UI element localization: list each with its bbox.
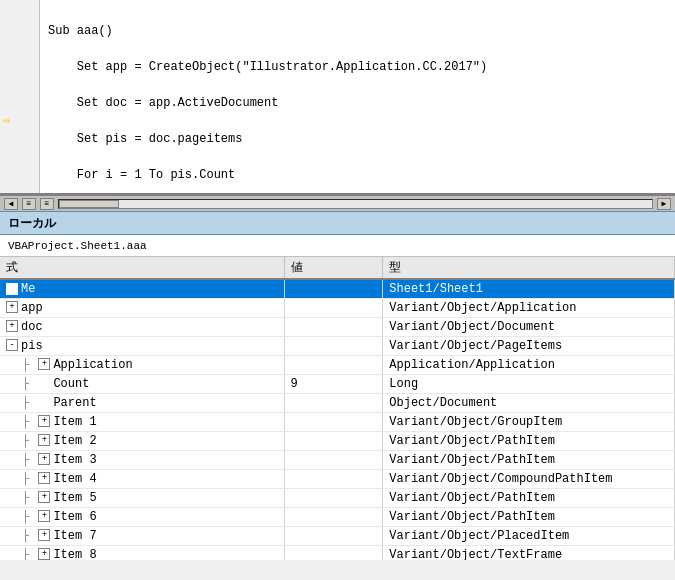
table-row[interactable]: ├ ParentObject/Document — [0, 393, 675, 412]
cell-type: Variant/Object/Application — [383, 298, 675, 317]
cell-value — [284, 412, 383, 431]
cell-value: 9 — [284, 374, 383, 393]
cell-name: -pis — [0, 336, 284, 355]
table-row[interactable]: +docVariant/Object/Document — [0, 317, 675, 336]
expand-icon[interactable]: + — [38, 548, 50, 560]
tree-connector: ├ — [22, 396, 36, 410]
table-row[interactable]: ├ +Item 5Variant/Object/PathItem — [0, 488, 675, 507]
expand-icon[interactable]: + — [38, 415, 50, 427]
cell-name: ├ +Item 3 — [0, 450, 284, 469]
expand-icon[interactable]: + — [6, 320, 18, 332]
cell-type: Variant/Object/PathItem — [383, 488, 675, 507]
cell-value — [284, 393, 383, 412]
cell-name: ├ +Item 2 — [0, 431, 284, 450]
cell-name: +Me — [0, 279, 284, 298]
scroll-align-left-button[interactable]: ≡ — [22, 198, 36, 210]
code-content[interactable]: Sub aaa() Set app = CreateObject("Illust… — [40, 0, 675, 193]
var-name: Item 2 — [53, 434, 96, 448]
cell-value — [284, 298, 383, 317]
expand-icon[interactable]: - — [6, 339, 18, 351]
breadcrumb-bar: VBAProject.Sheet1.aaa — [0, 235, 675, 257]
table-row[interactable]: ├ +Item 6Variant/Object/PathItem — [0, 507, 675, 526]
var-name: Item 5 — [53, 491, 96, 505]
cell-type: Variant/Object/GroupItem — [383, 412, 675, 431]
expand-icon[interactable]: + — [38, 434, 50, 446]
cell-name: ├ +Item 6 — [0, 507, 284, 526]
variables-table-container[interactable]: 式 値 型 +MeSheet1/Sheet1+appVariant/Object… — [0, 257, 675, 560]
expand-icon[interactable]: + — [38, 510, 50, 522]
cell-name: ├ +Item 7 — [0, 526, 284, 545]
scroll-thumb[interactable] — [59, 200, 119, 208]
table-row[interactable]: ├ +Item 4Variant/Object/CompoundPathItem — [0, 469, 675, 488]
cell-name: +app — [0, 298, 284, 317]
table-row[interactable]: +MeSheet1/Sheet1 — [0, 279, 675, 298]
scroll-track[interactable] — [58, 199, 653, 209]
table-header: 式 値 型 — [0, 257, 675, 279]
var-name: Item 6 — [53, 510, 96, 524]
cell-value — [284, 355, 383, 374]
header-type: 型 — [383, 257, 675, 279]
scroll-align-right-button[interactable]: ≡ — [40, 198, 54, 210]
cell-name: ├ +Item 1 — [0, 412, 284, 431]
tree-connector: ├ — [22, 472, 36, 486]
var-name: Item 4 — [53, 472, 96, 486]
expand-icon[interactable]: + — [38, 491, 50, 503]
cell-value — [284, 450, 383, 469]
var-name: doc — [21, 320, 43, 334]
cell-value — [284, 526, 383, 545]
table-row[interactable]: +appVariant/Object/Application — [0, 298, 675, 317]
table-row[interactable]: ├ +Item 7Variant/Object/PlacedItem — [0, 526, 675, 545]
arrow-indicator: ⇒ — [2, 114, 10, 128]
expand-icon[interactable]: + — [38, 453, 50, 465]
cell-value — [284, 545, 383, 560]
cell-name: ├ +Item 4 — [0, 469, 284, 488]
cell-value — [284, 488, 383, 507]
gutter-line — [0, 4, 39, 22]
var-name: app — [21, 301, 43, 315]
table-row[interactable]: ├ +ApplicationApplication/Application — [0, 355, 675, 374]
table-row[interactable]: ├ +Item 2Variant/Object/PathItem — [0, 431, 675, 450]
table-row[interactable]: ├ +Item 3Variant/Object/PathItem — [0, 450, 675, 469]
table-row[interactable]: ├ Count9Long — [0, 374, 675, 393]
tree-connector: ├ — [22, 358, 36, 372]
var-name: Item 7 — [53, 529, 96, 543]
cell-name: ├ Parent — [0, 393, 284, 412]
expand-icon[interactable]: + — [6, 283, 18, 295]
var-name: Application — [53, 358, 132, 372]
cell-type: Variant/Object/PageItems — [383, 336, 675, 355]
horizontal-scrollbar[interactable]: ◀ ≡ ≡ ▶ — [0, 195, 675, 211]
cell-value — [284, 431, 383, 450]
code-line: Set doc = app.ActiveDocument — [48, 94, 667, 112]
table-row[interactable]: -pisVariant/Object/PageItems — [0, 336, 675, 355]
gutter-line — [0, 58, 39, 76]
scroll-left-button[interactable]: ◀ — [4, 198, 18, 210]
cell-name: ├ Count — [0, 374, 284, 393]
var-name: Parent — [53, 396, 96, 410]
cell-value — [284, 507, 383, 526]
cell-type: Variant/Object/Document — [383, 317, 675, 336]
gutter-line — [0, 76, 39, 94]
table-row[interactable]: ├ +Item 8Variant/Object/TextFrame — [0, 545, 675, 560]
cell-name: ├ +Application — [0, 355, 284, 374]
code-line: Set pis = doc.pageitems — [48, 130, 667, 148]
tree-connector: ├ — [22, 453, 36, 467]
expand-icon[interactable]: + — [38, 472, 50, 484]
var-name: Me — [21, 282, 35, 296]
cell-type: Variant/Object/CompoundPathItem — [383, 469, 675, 488]
code-line: Set app = CreateObject("Illustrator.Appl… — [48, 58, 667, 76]
expand-icon[interactable]: + — [6, 301, 18, 313]
expand-icon[interactable]: + — [38, 358, 50, 370]
gutter-line — [0, 130, 39, 148]
tree-connector: ├ — [22, 548, 36, 561]
expand-icon[interactable]: + — [38, 529, 50, 541]
var-name: Item 3 — [53, 453, 96, 467]
cell-type: Variant/Object/PlacedItem — [383, 526, 675, 545]
cell-type: Object/Document — [383, 393, 675, 412]
header-name: 式 — [0, 257, 284, 279]
table-row[interactable]: ├ +Item 1Variant/Object/GroupItem — [0, 412, 675, 431]
tree-connector: ├ — [22, 415, 36, 429]
scroll-right-button[interactable]: ▶ — [657, 198, 671, 210]
gutter-line — [0, 22, 39, 40]
tree-connector: ├ — [22, 377, 36, 391]
var-name: Item 8 — [53, 548, 96, 561]
